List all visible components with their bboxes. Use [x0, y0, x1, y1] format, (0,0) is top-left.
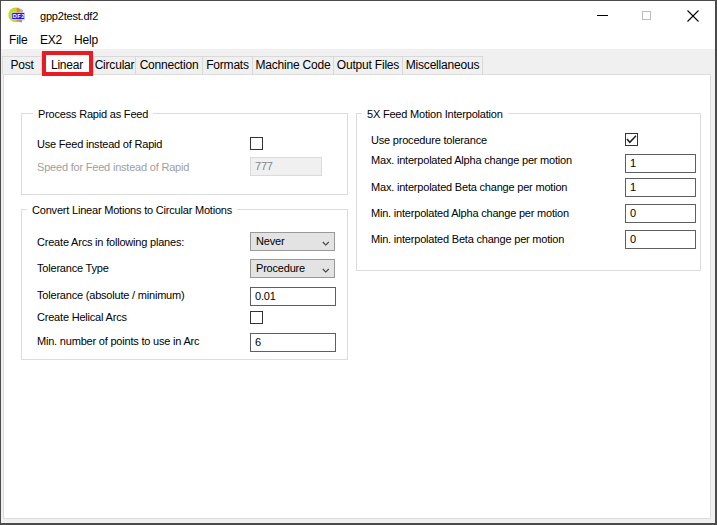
svg-text:DF2: DF2 [13, 13, 25, 19]
